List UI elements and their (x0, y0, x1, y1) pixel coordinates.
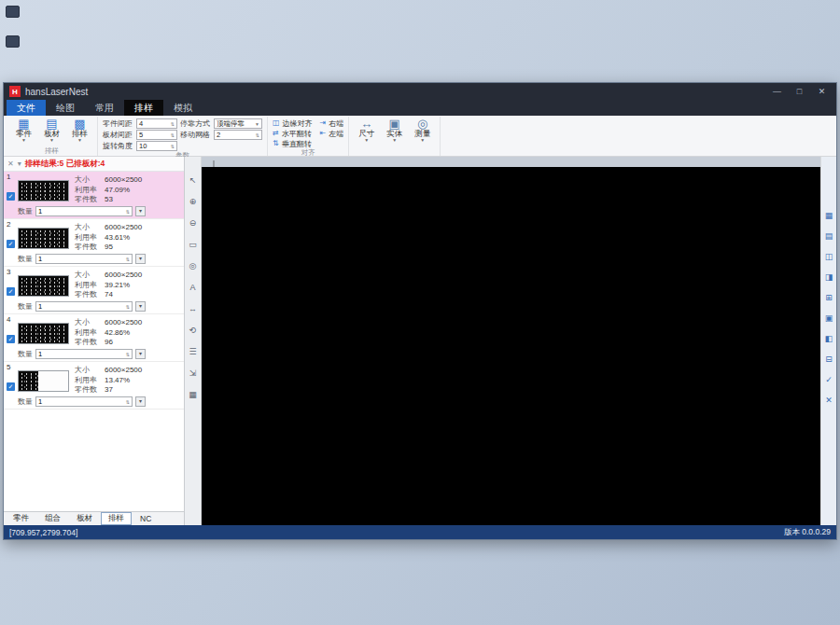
field-value: 顶端停靠 (217, 119, 245, 129)
apply-icon[interactable]: ✓ (825, 375, 833, 384)
ribbon-big-button[interactable]: ▦ 零件 ▼ (11, 117, 36, 146)
zoom-center-icon[interactable]: ◎ (189, 261, 197, 271)
measure-tool-icon[interactable]: ↔ (189, 304, 197, 313)
zoom-in-icon[interactable]: ⊕ (189, 197, 197, 206)
select-arrow-icon[interactable]: ↖ (189, 175, 197, 185)
item-checkbox[interactable]: ✓ (7, 287, 15, 296)
panel-tab[interactable]: 板材 (69, 512, 100, 525)
align-button[interactable]: ⇅ 垂直翻转 (273, 139, 313, 148)
nest-result-item[interactable]: 4 ✓ 大小6000×2500 利用率42.86% 零件数96 (4, 314, 184, 362)
zoom-out-icon[interactable]: ⊖ (189, 218, 197, 228)
nest-result-item[interactable]: 1 ✓ 大小6000×2500 利用率47.09% 零件数53 (4, 172, 184, 219)
align-button[interactable]: ◫ 边缘对齐 (273, 118, 313, 128)
measure-button[interactable]: ◎ 测量 ▼ (410, 117, 435, 146)
quantity-input[interactable]: 1 ⇅ (35, 301, 133, 312)
window-title: hansLaserNest (25, 87, 763, 97)
dropdown-caret-icon[interactable]: ▼ (255, 121, 259, 127)
solid-view-icon[interactable]: ▣ (825, 313, 833, 323)
field-input[interactable]: 10 ⇅ (136, 141, 177, 151)
field-input[interactable]: 4 ⇅ (136, 118, 177, 129)
quantity-input[interactable]: 1 ⇅ (35, 206, 133, 216)
align-side-button[interactable]: ⇥ 右端 (320, 118, 344, 128)
item-checkbox[interactable]: ✓ (7, 335, 15, 343)
minimize-button[interactable]: — (768, 84, 786, 99)
rotate-view-icon[interactable]: ⟲ (189, 326, 197, 335)
field-input[interactable]: 5 ⇅ (136, 130, 177, 140)
item-checkbox[interactable]: ✓ (7, 382, 15, 391)
quantity-input[interactable]: 1 ⇅ (35, 349, 133, 359)
desktop-shortcut-icon[interactable] (6, 6, 20, 18)
view-grid-icon[interactable]: ▦ (825, 211, 833, 220)
menu-tab[interactable]: 常用 (85, 100, 124, 116)
spinner-icon[interactable]: ⇅ (126, 304, 130, 310)
zoom-window-icon[interactable]: ▭ (189, 240, 197, 249)
spinner-icon[interactable]: ⇅ (171, 121, 175, 127)
canvas-right-toolbar: ▦▤◫◨⊞▣◧⊟✓✕ (820, 157, 836, 525)
align-side-button[interactable]: ⇤ 左端 (320, 129, 344, 138)
spinner-icon[interactable]: ⇅ (256, 132, 259, 138)
grid-toggle-icon[interactable]: ▦ (189, 390, 197, 399)
move-grid-input[interactable]: 2 ⇅ (214, 130, 262, 140)
ribbon-group-label: 排样 (11, 146, 92, 156)
menu-tab[interactable]: 模拟 (163, 100, 203, 116)
nest-result-item[interactable]: 2 ✓ 大小6000×2500 利用率43.61% 零件数95 (4, 219, 184, 267)
item-index: 1 (7, 173, 10, 181)
nest-results-list: 1 ✓ 大小6000×2500 利用率47.09% 零件数53 (4, 172, 184, 511)
quantity-dropdown-button[interactable]: ▾ (135, 301, 146, 312)
text-tool-icon[interactable]: A (189, 283, 195, 292)
app-logo-icon: H (9, 86, 21, 97)
spinner-icon[interactable]: ⇅ (126, 209, 130, 215)
panel-tab[interactable]: 组合 (37, 512, 68, 525)
quantity-input[interactable]: 1 ⇅ (35, 396, 133, 407)
spinner-icon[interactable]: ⇅ (171, 132, 175, 138)
menu-tab[interactable]: 绘图 (46, 100, 85, 116)
panel-left-icon[interactable]: ◧ (825, 334, 833, 343)
item-checkbox[interactable]: ✓ (7, 192, 15, 201)
quantity-dropdown-button[interactable]: ▾ (135, 254, 146, 264)
quantity-dropdown-button[interactable]: ▾ (135, 206, 146, 216)
pin-panel-icon[interactable]: ▾ (18, 160, 21, 168)
ribbon-big-button[interactable]: ▤ 板材 ▼ (39, 117, 64, 146)
dock-mode-select[interactable]: 顶端停靠 ▼ (214, 118, 262, 129)
utilization-value: 43.61% (105, 233, 130, 242)
utilization-value: 42.86% (105, 328, 130, 337)
nest-results-panel: ✕▾ 排样结果:5 已排板材:4 1 ✓ 大小6000×2500 (4, 157, 185, 525)
view-rows-icon[interactable]: ▤ (825, 231, 833, 241)
spinner-icon[interactable]: ⇅ (126, 352, 130, 357)
close-button[interactable]: ✕ (813, 84, 831, 99)
ribbon-big-button[interactable]: ▩ 排样 ▼ (67, 117, 92, 146)
maximize-button[interactable]: □ (791, 84, 808, 99)
close-panel-icon[interactable]: ✕ (7, 160, 14, 168)
sheet-thumbnail (18, 370, 69, 392)
menu-tab[interactable]: 文件 (7, 100, 46, 116)
menu-tab[interactable]: 排样 (124, 100, 163, 116)
size-value: 6000×2500 (105, 366, 142, 374)
close-view-icon[interactable]: ✕ (825, 396, 833, 405)
nesting-canvas-area[interactable] (202, 157, 820, 525)
layer-list-icon[interactable]: ☰ (189, 347, 196, 356)
nesting-canvas[interactable] (202, 157, 820, 525)
spinner-icon[interactable]: ⇅ (126, 257, 130, 262)
measure-button[interactable]: ↔ 尺寸 ▼ (354, 117, 379, 146)
remove-panel-icon[interactable]: ⊟ (825, 354, 833, 364)
item-checkbox[interactable]: ✓ (7, 240, 15, 248)
desktop-shortcut-icon[interactable] (6, 35, 20, 48)
nest-result-item[interactable]: 5 ✓ 大小6000×2500 利用率13.47% 零件数37 (4, 362, 184, 410)
quantity-dropdown-button[interactable]: ▾ (135, 349, 146, 359)
add-panel-icon[interactable]: ⊞ (825, 293, 833, 302)
panel-tab[interactable]: 零件 (6, 512, 36, 525)
panel-right-icon[interactable]: ◨ (825, 272, 833, 282)
panel-tab[interactable]: 排样 (101, 512, 132, 525)
utilization-label: 利用率 (75, 328, 105, 339)
nest-result-item[interactable]: 3 ✓ 大小6000×2500 利用率39.21% 零件数74 (4, 267, 184, 314)
spinner-icon[interactable]: ⇅ (126, 399, 130, 405)
align-button[interactable]: ⇄ 水平翻转 (273, 129, 313, 138)
zoom-fit-icon[interactable]: ⇲ (189, 368, 197, 378)
quantity-value: 1 (38, 255, 42, 263)
quantity-dropdown-button[interactable]: ▾ (135, 396, 146, 407)
quantity-input[interactable]: 1 ⇅ (35, 254, 133, 264)
split-vertical-icon[interactable]: ◫ (825, 252, 833, 261)
spinner-icon[interactable]: ⇅ (171, 144, 175, 149)
measure-button[interactable]: ▣ 实体 ▼ (382, 117, 407, 146)
panel-tab[interactable]: NC (133, 512, 159, 525)
